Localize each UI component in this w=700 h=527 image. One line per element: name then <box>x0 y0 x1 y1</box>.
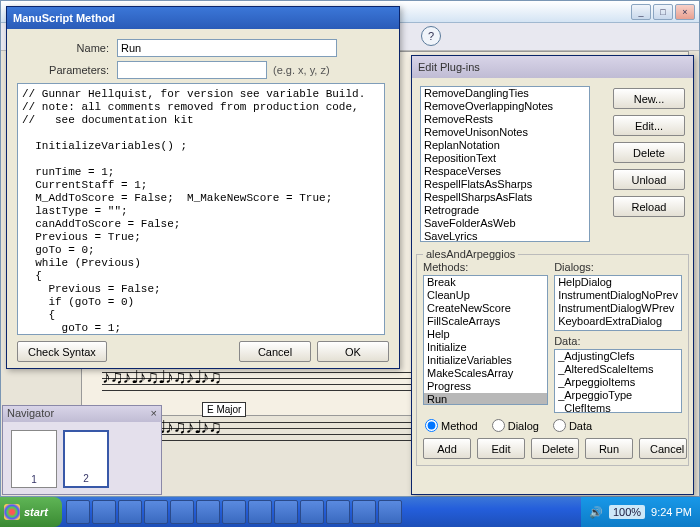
delete-button[interactable]: Delete <box>613 142 685 163</box>
data-label: Data: <box>554 335 682 347</box>
list-item[interactable]: KeyboardExtraDialog <box>555 315 681 328</box>
dialog-title: ManuScript Method <box>13 12 115 24</box>
list-item[interactable]: Run <box>424 393 547 405</box>
dialog-title: Edit Plug-ins <box>418 61 480 73</box>
taskbar-item[interactable] <box>248 500 272 524</box>
cancel-button[interactable]: Cancel <box>639 438 687 459</box>
ok-button[interactable]: OK <box>317 341 389 362</box>
list-item[interactable]: InstrumentDialogWPrev <box>555 302 681 315</box>
radio-method[interactable]: Method <box>425 419 478 432</box>
run-button[interactable]: Run <box>585 438 633 459</box>
navigator-panel: Navigator × 1 2 <box>2 405 162 495</box>
delete-button[interactable]: Delete <box>531 438 579 459</box>
list-item[interactable]: RespaceVerses <box>421 165 589 178</box>
plugin-listbox[interactable]: RemoveDanglingTiesRemoveOverlappingNotes… <box>420 86 590 242</box>
list-item[interactable]: Initialize <box>424 341 547 354</box>
list-item[interactable]: FillScaleArrays <box>424 315 547 328</box>
list-item[interactable]: SaveFolderAsWeb <box>421 217 589 230</box>
methods-label: Methods: <box>423 261 548 273</box>
list-item[interactable]: InitializeVariables <box>424 354 547 367</box>
list-item[interactable]: CleanUp <box>424 289 547 302</box>
clock: 9:24 PM <box>651 506 692 518</box>
unload-button[interactable]: Unload <box>613 169 685 190</box>
taskbar-item[interactable] <box>274 500 298 524</box>
cancel-button[interactable]: Cancel <box>239 341 311 362</box>
list-item[interactable]: _AlteredScaleItems <box>555 363 681 376</box>
new-button[interactable]: New... <box>613 88 685 109</box>
list-item[interactable]: _ClefItems <box>555 402 681 413</box>
tray-icon[interactable]: 🔊 <box>589 506 603 519</box>
help-icon[interactable]: ? <box>421 26 441 46</box>
radio-dialog[interactable]: Dialog <box>492 419 539 432</box>
list-item[interactable]: MakeScalesArray <box>424 367 547 380</box>
taskbar-item[interactable] <box>222 500 246 524</box>
list-item[interactable]: _AdjustingClefs <box>555 350 681 363</box>
edit-button[interactable]: Edit <box>477 438 525 459</box>
name-input[interactable] <box>117 39 337 57</box>
list-item[interactable]: RemoveRests <box>421 113 589 126</box>
list-item[interactable]: _ArpeggioType <box>555 389 681 402</box>
list-item[interactable]: RemoveUnisonNotes <box>421 126 589 139</box>
maximize-button[interactable]: □ <box>653 4 673 20</box>
dialogs-label: Dialogs: <box>554 261 682 273</box>
list-item[interactable]: CreateNewScore <box>424 302 547 315</box>
parameters-label: Parameters: <box>17 64 117 76</box>
edit-plugins-dialog: Edit Plug-ins RemoveDanglingTiesRemoveOv… <box>411 55 694 495</box>
taskbar-item[interactable] <box>352 500 376 524</box>
list-item[interactable]: Help <box>424 328 547 341</box>
taskbar-item[interactable] <box>66 500 90 524</box>
list-item[interactable]: InstrumentDialogNoPrev <box>555 289 681 302</box>
taskbar-item[interactable] <box>118 500 142 524</box>
taskbar-item[interactable] <box>196 500 220 524</box>
radio-data[interactable]: Data <box>553 419 592 432</box>
zoom-percent: 100% <box>609 505 645 519</box>
start-button[interactable]: start <box>0 497 62 527</box>
list-item[interactable]: _ArpeggioItems <box>555 376 681 389</box>
name-label: Name: <box>17 42 117 54</box>
taskbar-item[interactable] <box>300 500 324 524</box>
list-item[interactable]: RepositionText <box>421 152 589 165</box>
taskbar-item[interactable] <box>170 500 194 524</box>
list-item[interactable]: RemoveOverlappingNotes <box>421 100 589 113</box>
code-editor[interactable]: // Gunnar Hellquist, for version see var… <box>17 83 385 335</box>
taskbar-item[interactable] <box>92 500 116 524</box>
list-item[interactable]: Break <box>424 276 547 289</box>
parameters-input[interactable] <box>117 61 267 79</box>
check-syntax-button[interactable]: Check Syntax <box>17 341 107 362</box>
methods-listbox[interactable]: BreakCleanUpCreateNewScoreFillScaleArray… <box>423 275 548 405</box>
current-plugin-label: alesAndArpeggios <box>423 248 518 260</box>
data-listbox[interactable]: _AdjustingClefs_AlteredScaleItems_Arpegg… <box>554 349 682 413</box>
list-item[interactable]: ReplanNotation <box>421 139 589 152</box>
navigator-title: Navigator <box>7 407 54 421</box>
add-button[interactable]: Add <box>423 438 471 459</box>
minimize-button[interactable]: _ <box>631 4 651 20</box>
navigator-page[interactable]: 1 <box>11 430 57 488</box>
list-item[interactable]: SaveLyrics <box>421 230 589 242</box>
taskbar-item[interactable] <box>144 500 168 524</box>
list-item[interactable]: Progress <box>424 380 547 393</box>
system-tray[interactable]: 🔊 100% 9:24 PM <box>581 497 700 527</box>
dialogs-listbox[interactable]: HelpDialogInstrumentDialogNoPrevInstrume… <box>554 275 682 331</box>
list-item[interactable]: RespellSharpsAsFlats <box>421 191 589 204</box>
key-signature-label: E Major <box>202 402 246 417</box>
taskbar-item[interactable] <box>378 500 402 524</box>
list-item[interactable]: RespellFlatsAsSharps <box>421 178 589 191</box>
list-item[interactable]: Retrograde <box>421 204 589 217</box>
edit-button[interactable]: Edit... <box>613 115 685 136</box>
reload-button[interactable]: Reload <box>613 196 685 217</box>
list-item[interactable]: RemoveDanglingTies <box>421 87 589 100</box>
parameters-hint: (e.g. x, y, z) <box>273 64 330 76</box>
navigator-close-icon[interactable]: × <box>151 407 157 421</box>
close-button[interactable]: × <box>675 4 695 20</box>
taskbar-item[interactable] <box>326 500 350 524</box>
manuscript-method-dialog: ManuScript Method Name: Parameters: (e.g… <box>6 6 400 369</box>
list-item[interactable]: HelpDialog <box>555 276 681 289</box>
taskbar: start 🔊 100% 9:24 PM <box>0 497 700 527</box>
list-item[interactable]: MainDialogKeyboard <box>555 328 681 331</box>
navigator-page[interactable]: 2 <box>63 430 109 488</box>
